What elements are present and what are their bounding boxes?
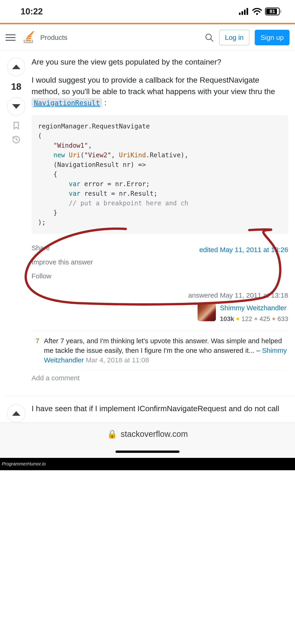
answer-actions: Share Improve this answer Follow edited … bbox=[31, 243, 288, 281]
svg-rect-9 bbox=[29, 31, 34, 35]
cellular-icon bbox=[239, 8, 249, 15]
svg-rect-5 bbox=[26, 40, 31, 41]
paragraph: Are you sure the view gets populated by … bbox=[31, 56, 288, 68]
menu-icon[interactable] bbox=[5, 32, 15, 42]
navigationresult-link[interactable]: NavigationResult bbox=[31, 98, 102, 108]
svg-rect-6 bbox=[26, 38, 31, 40]
signup-button[interactable]: Sign up bbox=[255, 30, 290, 45]
comment-date: Mar 4, 2018 at 11:08 bbox=[84, 356, 149, 364]
comment: 7 After 7 years, and I'm thinking let's … bbox=[31, 331, 288, 370]
username-link[interactable]: Shimmy Weitzhandler bbox=[220, 303, 288, 313]
answer-body: Are you sure the view gets populated by … bbox=[27, 56, 288, 391]
domain-label: stackoverflow.com bbox=[120, 429, 188, 439]
silver-badge-icon bbox=[255, 318, 257, 320]
follow-link[interactable]: Follow bbox=[31, 271, 93, 281]
status-right: 81 bbox=[239, 8, 281, 15]
reputation-badges: 103k 122 425 633 bbox=[220, 314, 288, 324]
upvote-button[interactable] bbox=[7, 58, 25, 76]
avatar[interactable] bbox=[198, 303, 216, 321]
svg-rect-3 bbox=[247, 8, 248, 15]
share-link[interactable]: Share bbox=[31, 243, 93, 253]
svg-rect-2 bbox=[244, 10, 246, 15]
status-bar: 10:22 81 bbox=[0, 0, 295, 23]
upvote-button[interactable] bbox=[7, 404, 25, 422]
bronze-badge-icon bbox=[272, 318, 275, 320]
search-icon[interactable] bbox=[205, 33, 214, 42]
battery-icon: 81 bbox=[265, 8, 281, 15]
site-header: Products Log in Sign up bbox=[0, 24, 295, 51]
wifi-icon bbox=[252, 8, 262, 15]
answer-body: I have seen that if I implement IConfirm… bbox=[27, 403, 288, 422]
comment-score: 7 bbox=[32, 336, 39, 365]
paragraph: I would suggest you to provide a callbac… bbox=[31, 74, 288, 108]
watermark: ProgrammerHumor.io bbox=[0, 458, 295, 470]
comment-body: After 7 years, and I'm thinking let's up… bbox=[44, 336, 287, 365]
bookmark-icon[interactable] bbox=[12, 121, 20, 130]
code-block: regionManager.RequestNavigate ( "Window1… bbox=[31, 115, 288, 234]
browser-address-bar[interactable]: 🔒 stackoverflow.com bbox=[0, 422, 295, 446]
history-icon[interactable] bbox=[12, 135, 20, 144]
svg-point-4 bbox=[256, 13, 258, 15]
answer-divider bbox=[5, 396, 295, 396]
answered-timestamp: answered May 11, 2011 at 13:18 bbox=[31, 290, 288, 300]
user-card: answered May 11, 2011 at 13:18 Shimmy We… bbox=[31, 290, 288, 329]
vote-score: 18 bbox=[11, 82, 21, 92]
login-button[interactable]: Log in bbox=[219, 30, 250, 45]
paragraph: I have seen that if I implement IConfirm… bbox=[31, 403, 288, 414]
improve-answer-link[interactable]: Improve this answer bbox=[31, 257, 93, 267]
gold-badge-icon bbox=[237, 318, 239, 320]
svg-line-11 bbox=[211, 39, 213, 42]
clock: 10:22 bbox=[20, 7, 43, 16]
comments-section: 7 After 7 years, and I'm thinking let's … bbox=[31, 331, 288, 370]
vote-column: 18 bbox=[5, 56, 27, 391]
edited-timestamp[interactable]: edited May 11, 2011 at 13:26 bbox=[199, 245, 288, 255]
home-indicator bbox=[0, 446, 295, 458]
lock-icon: 🔒 bbox=[107, 429, 117, 439]
products-link[interactable]: Products bbox=[40, 34, 67, 42]
answer: I have seen that if I implement IConfirm… bbox=[0, 403, 295, 422]
answer: 18 Are you sure the view gets populated … bbox=[0, 51, 295, 391]
downvote-button[interactable] bbox=[7, 97, 25, 116]
stackoverflow-logo-icon[interactable] bbox=[21, 31, 35, 44]
svg-point-10 bbox=[206, 34, 211, 40]
vote-column bbox=[5, 403, 27, 422]
add-comment-link[interactable]: Add a comment bbox=[31, 370, 288, 391]
svg-rect-1 bbox=[242, 11, 243, 15]
svg-rect-0 bbox=[239, 12, 241, 15]
